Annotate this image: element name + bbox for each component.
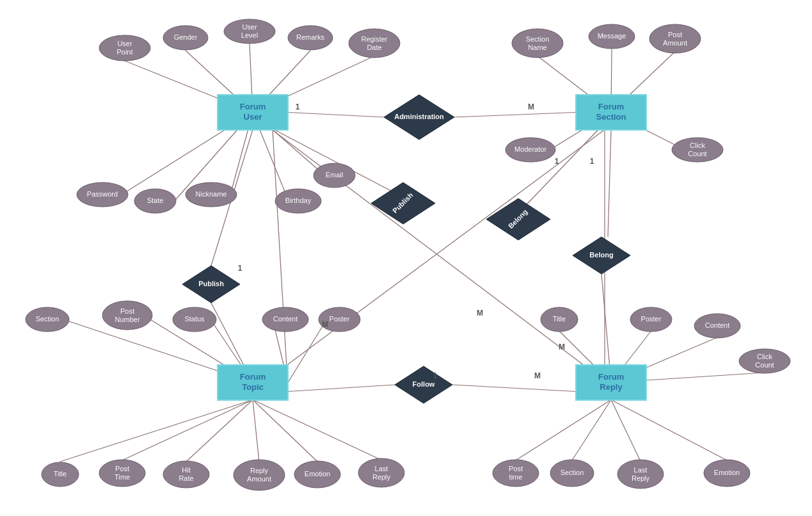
- er-diagram: [0, 0, 812, 516]
